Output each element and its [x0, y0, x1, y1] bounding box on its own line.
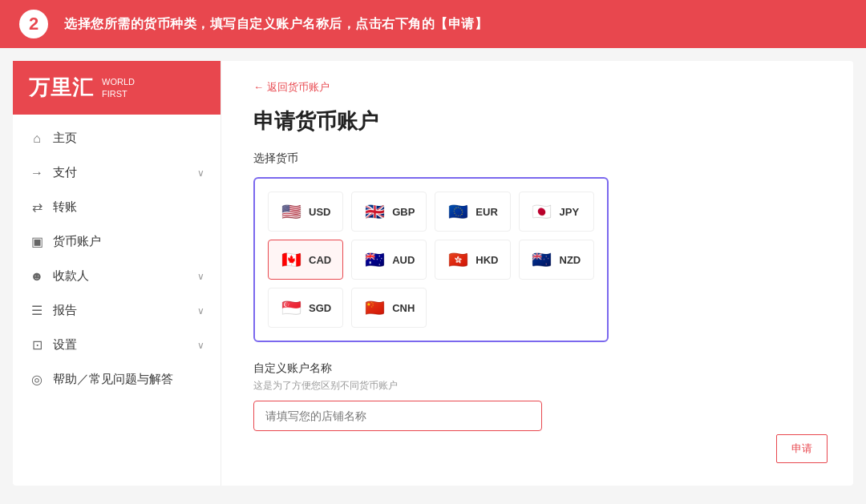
chevron-down-icon: ∨: [197, 271, 204, 282]
chevron-down-icon: ∨: [197, 340, 204, 351]
cad-flag: 🇨🇦: [280, 248, 302, 271]
home-icon: ⌂: [29, 131, 45, 146]
currency-icon: ▣: [29, 234, 45, 249]
logo-main: 万里汇: [29, 74, 94, 102]
aud-code: AUD: [392, 254, 415, 266]
sgd-flag: 🇸🇬: [280, 296, 302, 319]
sidebar-header: 万里汇 WORLDFIRST: [13, 61, 221, 115]
currency-item-nzd[interactable]: 🇳🇿 NZD: [519, 240, 594, 280]
currency-item-gbp[interactable]: 🇬🇧 GBP: [351, 192, 427, 232]
hkd-code: HKD: [475, 254, 498, 266]
currency-item-usd[interactable]: 🇺🇸 USD: [268, 192, 343, 232]
sidebar-item-label: 转账: [53, 200, 204, 215]
custom-name-title: 自定义账户名称: [253, 361, 821, 376]
sidebar-item-home[interactable]: ⌂ 主页: [13, 121, 221, 155]
sidebar-nav: ⌂ 主页 → 支付 ∨ ⇄ 转账 ▣ 货币账户 ☻ 收款人 ∨ ☰ 报告 ∨ ⊡…: [13, 115, 221, 403]
chevron-down-icon: ∨: [197, 305, 204, 317]
cnh-code: CNH: [392, 302, 415, 314]
sidebar-item-label: 报告: [53, 303, 189, 318]
main-wrapper: 万里汇 WORLDFIRST ⌂ 主页 → 支付 ∨ ⇄ 转账 ▣ 货币账户 ☻…: [13, 61, 853, 486]
currency-grid: 🇺🇸 USD 🇬🇧 GBP 🇪🇺 EUR 🇯🇵 JPY 🇨🇦 CAD: [253, 177, 609, 342]
content-area: ← 返回货币账户 申请货币账户 选择货币 🇺🇸 USD 🇬🇧 GBP 🇪🇺 EU…: [221, 61, 853, 486]
sidebar-item-pay[interactable]: → 支付 ∨: [13, 155, 221, 190]
currency-item-hkd[interactable]: 🇭🇰 HKD: [435, 240, 510, 280]
gbp-code: GBP: [392, 206, 415, 218]
recipient-icon: ☻: [29, 269, 45, 284]
jpy-flag: 🇯🇵: [531, 200, 553, 223]
shop-name-input[interactable]: [253, 401, 542, 431]
nzd-flag: 🇳🇿: [531, 248, 553, 271]
transfer-icon: ⇄: [29, 200, 45, 215]
help-icon: ◎: [29, 372, 45, 387]
sidebar-item-recipient[interactable]: ☻ 收款人 ∨: [13, 259, 221, 293]
select-currency-label: 选择货币: [253, 151, 821, 166]
report-icon: ☰: [29, 303, 45, 318]
currency-item-aud[interactable]: 🇦🇺 AUD: [351, 240, 427, 280]
step-number: 2: [19, 10, 48, 38]
sidebar-item-settings[interactable]: ⊡ 设置 ∨: [13, 328, 221, 362]
chevron-down-icon: ∨: [197, 167, 204, 179]
sidebar-item-report[interactable]: ☰ 报告 ∨: [13, 293, 221, 328]
hkd-flag: 🇭🇰: [447, 248, 469, 271]
instruction-text: 选择您所需的货币种类，填写自定义账户名称后，点击右下角的【申请】: [64, 16, 488, 33]
sidebar-item-label: 主页: [53, 131, 204, 146]
pay-icon: →: [29, 166, 45, 180]
sgd-code: SGD: [309, 302, 331, 314]
gbp-flag: 🇬🇧: [363, 200, 386, 223]
custom-name-section: 自定义账户名称 这是为了方便您区别不同货币账户: [253, 361, 821, 431]
custom-name-hint: 这是为了方便您区别不同货币账户: [253, 379, 821, 393]
page-title: 申请货币账户: [253, 107, 821, 135]
currency-item-eur[interactable]: 🇪🇺 EUR: [435, 192, 510, 232]
usd-code: USD: [309, 206, 330, 218]
currency-item-sgd[interactable]: 🇸🇬 SGD: [268, 288, 343, 328]
sidebar-item-label: 帮助／常见问题与解答: [53, 372, 204, 387]
usd-flag: 🇺🇸: [280, 200, 302, 223]
currency-item-jpy[interactable]: 🇯🇵 JPY: [519, 192, 594, 232]
eur-flag: 🇪🇺: [447, 200, 469, 223]
sidebar-item-transfer[interactable]: ⇄ 转账: [13, 190, 221, 224]
sidebar-item-currency[interactable]: ▣ 货币账户: [13, 224, 221, 259]
cnh-flag: 🇨🇳: [363, 296, 386, 319]
sidebar: 万里汇 WORLDFIRST ⌂ 主页 → 支付 ∨ ⇄ 转账 ▣ 货币账户 ☻…: [13, 61, 221, 486]
currency-item-cad[interactable]: 🇨🇦 CAD: [268, 240, 343, 280]
eur-code: EUR: [475, 206, 497, 218]
cad-code: CAD: [309, 254, 331, 266]
sidebar-item-label: 收款人: [53, 268, 189, 284]
sidebar-item-label: 支付: [53, 165, 189, 180]
instruction-bar: 2 选择您所需的货币种类，填写自定义账户名称后，点击右下角的【申请】: [0, 0, 866, 48]
sidebar-item-help[interactable]: ◎ 帮助／常见问题与解答: [13, 362, 221, 397]
submit-button[interactable]: 申请: [776, 434, 828, 463]
sidebar-item-label: 设置: [53, 337, 189, 353]
jpy-code: JPY: [560, 206, 580, 218]
back-link[interactable]: ← 返回货币账户: [253, 80, 821, 95]
settings-icon: ⊡: [29, 337, 45, 353]
aud-flag: 🇦🇺: [363, 248, 386, 271]
currency-item-cnh[interactable]: 🇨🇳 CNH: [351, 288, 427, 328]
nzd-code: NZD: [560, 254, 581, 266]
logo-sub: WORLDFIRST: [102, 76, 135, 99]
sidebar-item-label: 货币账户: [53, 234, 204, 249]
